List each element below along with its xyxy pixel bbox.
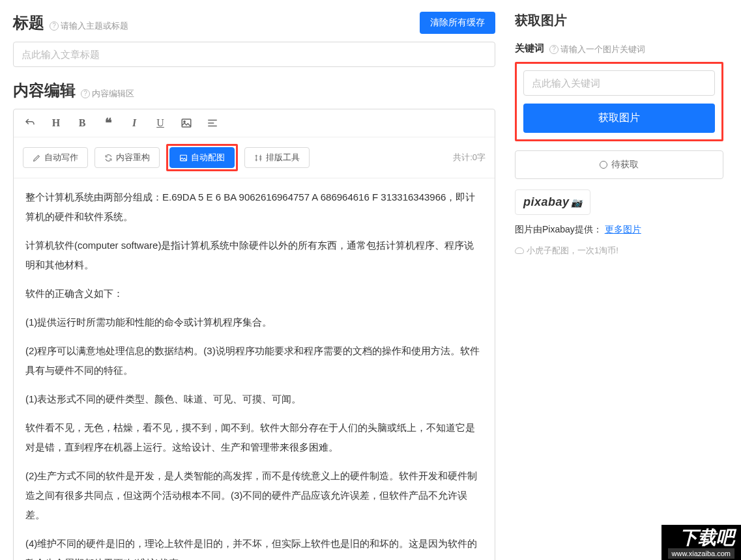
keyword-input[interactable]	[523, 70, 715, 96]
fetch-image-heading: 获取图片	[515, 12, 723, 29]
format-toolbar: H B ❝ I U	[14, 109, 495, 137]
pixabay-logo: pixabay📷	[515, 189, 590, 215]
underline-icon[interactable]: U	[153, 116, 167, 130]
cloud-icon	[515, 247, 524, 254]
editor-content[interactable]: 整个计算机系统由两部分组成：E.69DA 5 E 6 BA 9062616964…	[14, 178, 495, 560]
word-count: 共计:0字	[453, 152, 486, 163]
paragraph: (1)提供运行时所需功能和性能的命令或计算机程序集合。	[25, 313, 483, 332]
title-header: 标题 ? 请输入主题或标题 清除所有缓存	[13, 12, 495, 34]
more-images-link[interactable]: 更多图片	[605, 224, 641, 234]
keyword-highlight-frame: 获取图片	[515, 62, 723, 141]
paragraph: 计算机软件(computer software)是指计算机系统中除硬件以外的所有…	[25, 236, 483, 275]
watermark: 下载吧 www.xiazaiba.com	[661, 525, 741, 560]
paragraph: 整个计算机系统由两部分组成：E.69DA 5 E 6 BA 9062616964…	[25, 188, 483, 227]
editor-box: H B ❝ I U 自动写作 内容重构	[13, 109, 495, 560]
keyword-label: 关键词	[515, 42, 544, 55]
layout-tool-button[interactable]: 排版工具	[244, 147, 310, 168]
quote-icon[interactable]: ❝	[101, 116, 115, 130]
coin-tip: 小虎子配图，一次1淘币!	[515, 245, 723, 257]
paragraph: (4)维护不同的硬件是旧的，理论上软件是旧的，并不坏，但实际上软件也是旧的和坏的…	[25, 534, 483, 560]
article-title-input[interactable]	[13, 42, 495, 67]
info-icon: ?	[549, 45, 559, 54]
image-icon[interactable]	[179, 116, 194, 130]
fetch-image-button[interactable]: 获取图片	[523, 104, 715, 133]
auto-image-highlight: 自动配图	[166, 144, 238, 171]
auto-write-button[interactable]: 自动写作	[23, 147, 88, 168]
pending-icon	[600, 161, 607, 169]
info-icon: ?	[81, 89, 90, 98]
camera-icon: 📷	[571, 197, 583, 208]
info-icon: ?	[50, 21, 59, 31]
keyword-hint: ? 请输入一个图片关键词	[549, 44, 645, 55]
paragraph: 软件的正确含义如下：	[25, 284, 483, 303]
auto-image-button[interactable]: 自动配图	[169, 147, 235, 168]
fetch-status: 待获取	[515, 150, 723, 179]
bold-icon[interactable]: B	[75, 116, 89, 130]
action-toolbar: 自动写作 内容重构 自动配图 排版工具	[14, 137, 495, 178]
paragraph: (2)生产方式不同的软件是开发，是人类智能的高发挥，而不是传统意义上的硬件制造。…	[25, 466, 483, 525]
paragraph: (2)程序可以满意地处理信息的数据结构。(3)说明程序功能要求和程序需要的文档的…	[25, 341, 483, 380]
italic-icon[interactable]: I	[127, 116, 141, 130]
editor-heading: 内容编辑	[13, 80, 76, 101]
title-heading: 标题	[13, 12, 44, 33]
paragraph: (1)表达形式不同的硬件类型、颜色、味道、可见、可摸、可闻。	[25, 389, 483, 409]
svg-point-1	[184, 121, 185, 122]
heading-icon[interactable]: H	[49, 116, 63, 130]
undo-icon[interactable]	[23, 116, 37, 130]
paragraph: 软件看不见，无色，枯燥，看不见，摸不到，闻不到。软件大部分存在于人们的头脑或纸上…	[25, 418, 483, 457]
restructure-button[interactable]: 内容重构	[94, 147, 160, 168]
clear-cache-button[interactable]: 清除所有缓存	[420, 12, 495, 34]
title-hint: ? 请输入主题或标题	[50, 20, 128, 32]
image-credit: 图片由Pixabay提供： 更多图片	[515, 224, 723, 236]
editor-hint: ? 内容编辑区	[81, 88, 134, 100]
align-icon[interactable]	[205, 116, 220, 130]
